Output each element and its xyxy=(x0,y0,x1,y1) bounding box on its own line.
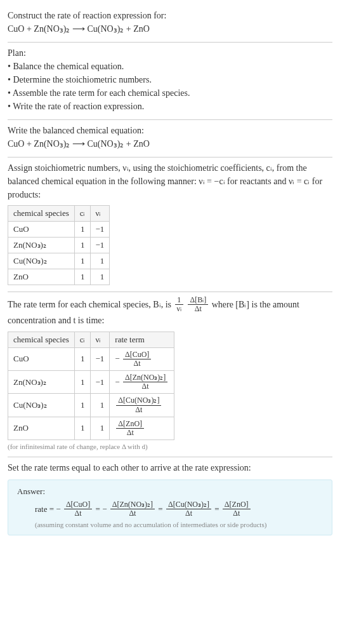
answer-expression: rate = − Δ[CuO] Δt = − Δ[Zn(NO₃)₂] Δt = … xyxy=(17,500,323,518)
frac-num: Δ[Cu(NO₃)₂] xyxy=(166,500,211,509)
answer-frac-2: Δ[Zn(NO₃)₂] Δt xyxy=(110,500,155,518)
cell-rate-term: Δ[Cu(NO₃)₂] Δt xyxy=(110,394,174,417)
rate-lead: rate = xyxy=(35,504,56,514)
plan-bullet: • Balance the chemical equation. xyxy=(8,60,332,73)
frac-num: Δ[CuO] xyxy=(123,351,151,359)
table-row: ZnO 1 1 xyxy=(8,269,110,285)
col-species: chemical species xyxy=(8,332,75,347)
frac-den: Δt xyxy=(188,304,208,313)
cell-vi: 1 xyxy=(90,269,110,285)
table-header-row: chemical species cᵢ νᵢ xyxy=(8,206,110,222)
table-row: Cu(NO₃)₂ 1 1 Δ[Cu(NO₃)₂] Δt xyxy=(8,394,174,417)
plan-bullet: • Write the rate of reaction expression. xyxy=(8,100,332,113)
minus-sign: − xyxy=(115,354,122,363)
cell-species: Cu(NO₃)₂ xyxy=(8,394,75,417)
prompt-header: Construct the rate of reaction expressio… xyxy=(8,5,332,42)
cell-vi: 1 xyxy=(90,394,110,417)
balanced-title: Write the balanced chemical equation: xyxy=(8,124,332,137)
cell-vi: −1 xyxy=(90,238,110,253)
frac-den: Δt xyxy=(116,428,144,437)
frac-den: Δt xyxy=(110,509,155,518)
frac-num: Δ[Zn(NO₃)₂] xyxy=(123,373,167,382)
answer-label: Answer: xyxy=(17,486,323,497)
stoich-block: Assign stoichiometric numbers, νᵢ, using… xyxy=(8,158,332,292)
cell-species: CuO xyxy=(8,347,75,370)
table-header-row: chemical species cᵢ νᵢ rate term xyxy=(8,332,174,347)
table-row: Zn(NO₃)₂ 1 −1 − Δ[Zn(NO₃)₂] Δt xyxy=(8,371,174,394)
fraction-one-over-nu: 1 νᵢ xyxy=(175,296,183,313)
plan-title: Plan: xyxy=(8,46,332,60)
cell-ci: 1 xyxy=(74,222,90,238)
balanced-equation: CuO + Zn(NO₃)₂ ⟶ Cu(NO₃)₂ + ZnO xyxy=(8,137,332,151)
frac-num: Δ[Zn(NO₃)₂] xyxy=(110,500,155,509)
frac-num: Δ[ZnO] xyxy=(116,420,144,428)
stoich-intro: Assign stoichiometric numbers, νᵢ, using… xyxy=(8,161,332,201)
frac-num: Δ[CuO] xyxy=(64,500,92,509)
rate-fraction: Δ[ZnO] Δt xyxy=(116,420,144,437)
prompt-equation: CuO + Zn(NO₃)₂ ⟶ Cu(NO₃)₂ + ZnO xyxy=(8,22,332,36)
frac-den: Δt xyxy=(223,509,251,518)
minus-sign: − xyxy=(102,504,109,514)
cell-vi: −1 xyxy=(90,371,110,394)
cell-species: CuO xyxy=(8,222,75,238)
minus-sign: − xyxy=(56,504,63,514)
cell-vi: −1 xyxy=(90,347,110,370)
equals-sign: = xyxy=(96,504,103,514)
cell-ci: 1 xyxy=(74,253,90,269)
frac-num: Δ[Bᵢ] xyxy=(188,296,208,304)
table-row: Zn(NO₃)₂ 1 −1 xyxy=(8,238,110,253)
frac-den: νᵢ xyxy=(175,304,183,313)
cell-species: ZnO xyxy=(8,417,75,439)
table-row: CuO 1 −1 xyxy=(8,222,110,238)
rate-intro: The rate term for each chemical species,… xyxy=(8,296,332,328)
equals-sign: = xyxy=(214,504,221,514)
frac-num: 1 xyxy=(175,296,183,304)
cell-ci: 1 xyxy=(74,347,90,370)
frac-den: Δt xyxy=(123,382,167,391)
cell-species: Zn(NO₃)₂ xyxy=(8,238,75,253)
table-row: ZnO 1 1 Δ[ZnO] Δt xyxy=(8,417,174,439)
rate-fraction: Δ[CuO] Δt xyxy=(123,351,151,368)
cell-ci: 1 xyxy=(74,238,90,253)
frac-den: Δt xyxy=(64,509,92,518)
minus-sign: − xyxy=(115,377,122,387)
plan-bullet: • Assemble the rate term for each chemic… xyxy=(8,86,332,100)
frac-num: Δ[ZnO] xyxy=(223,500,251,509)
answer-box: Answer: rate = − Δ[CuO] Δt = − Δ[Zn(NO₃)… xyxy=(8,480,332,535)
frac-den: Δt xyxy=(123,359,151,368)
rate-fraction: Δ[Zn(NO₃)₂] Δt xyxy=(123,373,167,391)
cell-species: ZnO xyxy=(8,269,75,285)
table-row: CuO 1 −1 − Δ[CuO] Δt xyxy=(8,347,174,370)
plan-block: Plan: • Balance the chemical equation. •… xyxy=(8,43,332,119)
answer-frac-3: Δ[Cu(NO₃)₂] Δt xyxy=(166,500,211,518)
fraction-dB-dt: Δ[Bᵢ] Δt xyxy=(188,296,208,313)
frac-num: Δ[Cu(NO₃)₂] xyxy=(116,396,161,405)
frac-den: Δt xyxy=(166,509,211,518)
rate-intro-pre: The rate term for each chemical species,… xyxy=(8,300,174,309)
cell-species: Cu(NO₃)₂ xyxy=(8,253,75,269)
cell-rate-term: − Δ[CuO] Δt xyxy=(110,347,174,370)
cell-vi: 1 xyxy=(90,253,110,269)
answer-frac-4: Δ[ZnO] Δt xyxy=(223,500,251,518)
cell-rate-term: − Δ[Zn(NO₃)₂] Δt xyxy=(110,371,174,394)
cell-ci: 1 xyxy=(74,371,90,394)
col-species: chemical species xyxy=(8,206,75,222)
cell-rate-term: Δ[ZnO] Δt xyxy=(110,417,174,439)
col-vi: νᵢ xyxy=(90,206,110,222)
cell-species: Zn(NO₃)₂ xyxy=(8,371,75,394)
cell-ci: 1 xyxy=(74,417,90,439)
cell-vi: 1 xyxy=(90,417,110,439)
answer-frac-1: Δ[CuO] Δt xyxy=(64,500,92,518)
rate-block: The rate term for each chemical species,… xyxy=(8,292,332,457)
table-row: Cu(NO₃)₂ 1 1 xyxy=(8,253,110,269)
stoich-table: chemical species cᵢ νᵢ CuO 1 −1 Zn(NO₃)₂… xyxy=(8,205,110,285)
cell-ci: 1 xyxy=(74,269,90,285)
frac-den: Δt xyxy=(116,405,161,414)
prompt-line: Construct the rate of reaction expressio… xyxy=(8,9,332,22)
final-title: Set the rate terms equal to each other t… xyxy=(8,461,332,474)
cell-ci: 1 xyxy=(74,394,90,417)
col-ci: cᵢ xyxy=(74,332,90,347)
col-vi: νᵢ xyxy=(90,332,110,347)
plan-bullet: • Determine the stoichiometric numbers. xyxy=(8,73,332,86)
final-block: Set the rate terms equal to each other t… xyxy=(8,457,332,541)
